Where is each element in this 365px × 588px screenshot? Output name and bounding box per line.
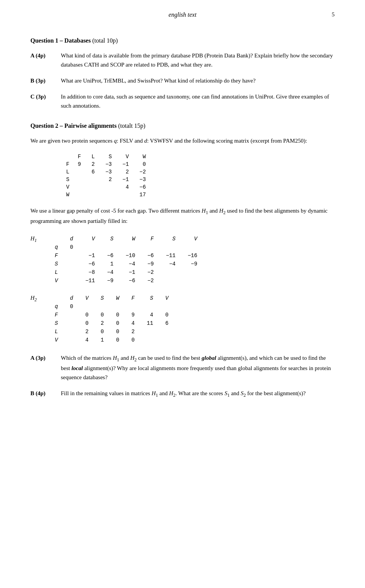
h1-section: H1 d V S W F S V xyxy=(30,235,335,285)
h1-label: H1 xyxy=(30,235,49,285)
q2-title-text: Question 2 – Pairwise alignments xyxy=(30,122,117,129)
pam-header-row: F L S V W xyxy=(61,153,151,161)
pam-row-W: W 17 xyxy=(61,191,151,199)
h2-table-wrapper: H2 d V S W F S V xyxy=(30,294,335,344)
gap-penalty-text: We use a linear gap penalty of cost -5 f… xyxy=(30,206,335,226)
pam-row-F: F 9 2 −3 −1 0 xyxy=(61,161,151,168)
q2-part-b: B (4p) Fill in the remaining values in m… xyxy=(30,389,335,399)
question-2-title: Question 2 – Pairwise alignments (totalt… xyxy=(30,122,335,129)
h1-table-wrapper: H1 d V S W F S V xyxy=(30,235,335,285)
q1-part-b-content: What are UniProt, TrEMBL, and SwissProt?… xyxy=(61,76,335,85)
q2-part-a-label: A (3p) xyxy=(30,353,61,382)
h2-label: H2 xyxy=(30,294,49,344)
q1-part-a-content: What kind of data is available from the … xyxy=(61,51,335,69)
h1-row-L: L −8 −4 −1 −2 xyxy=(49,268,203,277)
pam250-matrix-section: F L S V W F 9 2 −3 −1 0 xyxy=(30,153,335,199)
q1-title-text: Question 1 – Databases xyxy=(30,37,91,44)
pam-row-S: S 2 −1 −3 xyxy=(61,176,151,183)
h2-header-row: d V S W F S V xyxy=(49,294,175,302)
page-number: 5 xyxy=(332,11,335,18)
q1-part-a-label: A (4p) xyxy=(30,51,61,69)
q1-part-b: B (3p) What are UniProt, TrEMBL, and Swi… xyxy=(30,76,335,85)
pam-row-L: L 6 −3 2 −2 xyxy=(61,168,151,176)
q2-intro: We are given two protein sequences q: FS… xyxy=(30,136,335,145)
q1-part-c-content: In addition to core data, such as sequen… xyxy=(61,92,335,110)
h2-table: d V S W F S V q 0 xyxy=(49,294,175,344)
h2-row-V: V 4 1 0 0 xyxy=(49,336,175,344)
h2-row-S: S 0 2 0 4 11 6 xyxy=(49,319,175,327)
q2-part-b-label: B (4p) xyxy=(30,389,61,399)
q1-part-b-label: B (3p) xyxy=(30,76,61,85)
h1-header-row: d V S W F S V xyxy=(49,235,203,243)
h2-row-q: q 0 xyxy=(49,302,175,311)
q1-part-c-label: C (3p) xyxy=(30,92,61,110)
q1-part-a: A (4p) What kind of data is available fr… xyxy=(30,51,335,69)
pam250-table: F L S V W F 9 2 −3 −1 0 xyxy=(61,153,151,199)
q2-part-a-content: Which of the matrices H1 and H2 can be u… xyxy=(61,353,335,382)
q2-part-a: A (3p) Which of the matrices H1 and H2 c… xyxy=(30,353,335,382)
h1-row-q: q 0 xyxy=(49,243,203,251)
q1-title-suffix: (total 10p) xyxy=(92,37,118,44)
h1-table: d V S W F S V q 0 xyxy=(49,235,203,285)
h2-row-L: L 2 0 0 2 xyxy=(49,327,175,336)
h1-row-S: S −6 1 −4 −9 −4 −9 xyxy=(49,260,203,268)
q1-part-c: C (3p) In addition to core data, such as… xyxy=(30,92,335,110)
h1-row-F: F −1 −6 −10 −6 −11 −16 xyxy=(49,251,203,260)
h2-section: H2 d V S W F S V xyxy=(30,294,335,344)
q2-part-b-content: Fill in the remaining values in matrices… xyxy=(61,389,335,399)
page-header: english text xyxy=(30,11,335,22)
question-2-block: Question 2 – Pairwise alignments (totalt… xyxy=(30,122,335,399)
h1-row-V: V −11 −9 −6 −2 xyxy=(49,277,203,285)
pam-row-V: V 4 −6 xyxy=(61,183,151,191)
page-container: 5 english text Question 1 – Databases (t… xyxy=(0,0,365,588)
q2-title-suffix: (totalt 15p) xyxy=(118,122,146,129)
h2-row-F: F 0 0 0 9 4 0 xyxy=(49,311,175,319)
question-1-block: Question 1 – Databases (total 10p) A (4p… xyxy=(30,37,335,110)
question-1-title: Question 1 – Databases (total 10p) xyxy=(30,37,335,44)
